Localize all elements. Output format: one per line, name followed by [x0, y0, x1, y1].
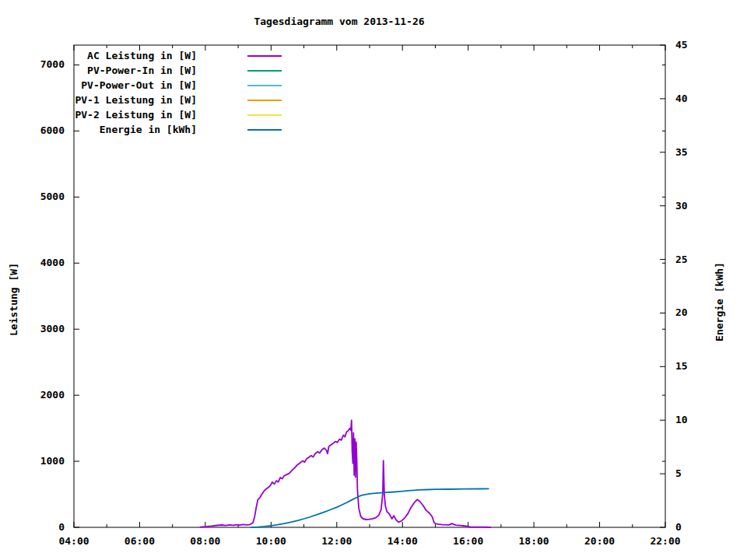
- y-right-tick-label: 40: [675, 93, 688, 104]
- legend-label: Energie in [kWh]: [100, 124, 197, 135]
- y-right-tick-label: 35: [675, 146, 688, 158]
- y-left-tick-label: 4000: [40, 257, 65, 268]
- y-left-tick-label: 7000: [40, 58, 65, 70]
- y-right-tick-label: 25: [675, 254, 688, 265]
- y-right-tick-label: 20: [675, 306, 688, 318]
- x-tick-label: 12:00: [321, 535, 352, 547]
- y-left-tick-label: 1000: [40, 455, 65, 467]
- legend-label: PV-2 Leistung in [W]: [75, 109, 197, 121]
- y-left-tick-label: 3000: [40, 323, 65, 334]
- y-left-tick-label: 5000: [40, 191, 65, 202]
- y-left-tick-label: 2000: [40, 389, 65, 401]
- plot-canvas: 04:0006:0008:0010:0012:0014:0016:0018:00…: [0, 0, 747, 560]
- x-tick-label: 06:00: [124, 535, 155, 547]
- legend-label: PV-Power-Out in [W]: [81, 79, 197, 91]
- legend-label: PV-1 Leistung in [W]: [75, 94, 197, 106]
- x-tick-label: 16:00: [453, 535, 483, 547]
- x-tick-label: 18:00: [519, 535, 549, 547]
- x-tick-label: 08:00: [190, 535, 220, 547]
- x-tick-label: 04:00: [58, 535, 89, 547]
- x-tick-label: 14:00: [388, 535, 418, 547]
- daily-pv-chart-page: Tagesdiagramm vom 2013-11-26 Leistung [W…: [0, 0, 747, 560]
- y-right-tick-label: 5: [675, 467, 682, 479]
- legend-label: PV-Power-In in [W]: [87, 65, 197, 76]
- y-right-tick-label: 10: [675, 414, 688, 425]
- y-right-tick-label: 45: [675, 39, 688, 51]
- y-left-tick-label: 6000: [40, 124, 65, 136]
- y-right-tick-label: 30: [675, 200, 688, 212]
- y-left-tick-label: 0: [58, 521, 65, 533]
- y-right-tick-label: 0: [675, 521, 682, 533]
- x-tick-label: 22:00: [650, 535, 680, 547]
- series-line: [251, 488, 489, 527]
- series-line: [201, 420, 491, 527]
- x-tick-label: 10:00: [256, 535, 286, 547]
- y-right-tick-label: 15: [675, 360, 688, 372]
- x-tick-label: 20:00: [584, 535, 615, 547]
- legend-label: AC Leistung in [W]: [87, 50, 197, 61]
